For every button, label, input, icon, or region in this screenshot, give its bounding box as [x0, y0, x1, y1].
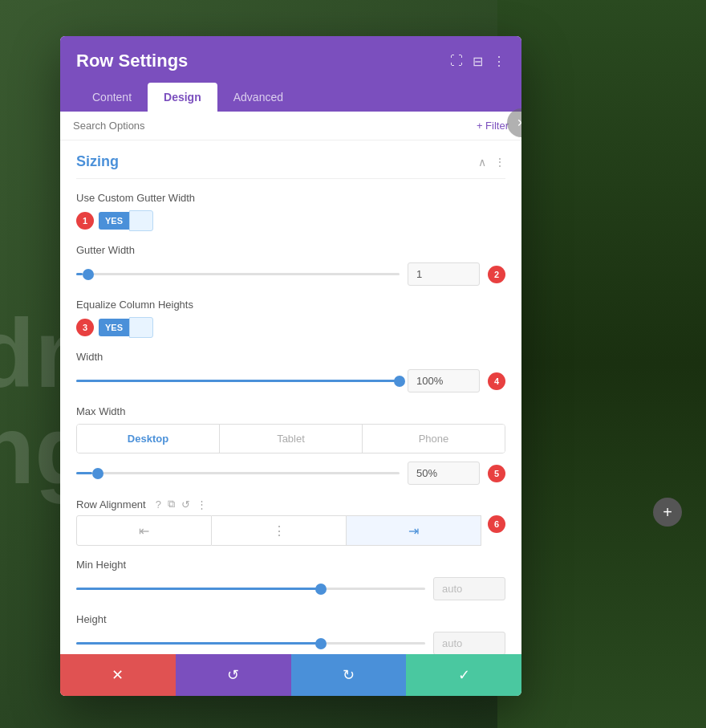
- redo-button[interactable]: ↻: [291, 654, 407, 696]
- width-slider-row: 4: [76, 369, 505, 392]
- slider-fill-min-h: [76, 588, 321, 590]
- slider-fill-1: [76, 273, 83, 275]
- slider-fill-width: [76, 380, 400, 382]
- modal-header: Row Settings ⛶ ⊟ ⋮ Content Design Advanc…: [60, 36, 521, 112]
- gutter-width-slider[interactable]: [76, 266, 400, 283]
- alignment-icons: ? ⧉ ↺ ⋮: [156, 498, 207, 510]
- slider-track-h: [76, 642, 425, 645]
- align-right[interactable]: ⇥: [347, 515, 481, 546]
- help-icon[interactable]: ?: [156, 498, 161, 510]
- slider-fill-max: [76, 472, 92, 474]
- header-top: Row Settings ⛶ ⊟ ⋮: [76, 51, 505, 71]
- modal-footer: ✕ ↺ ↻ ✓: [60, 654, 521, 696]
- confirm-button[interactable]: ✓: [406, 654, 521, 696]
- badge-6: 6: [488, 515, 505, 533]
- filter-button[interactable]: + Filter: [477, 120, 509, 132]
- row-alignment-label: Row Alignment: [76, 498, 146, 510]
- section-more-icon[interactable]: ⋮: [494, 156, 505, 169]
- height-label: Height: [76, 613, 505, 625]
- min-height-input[interactable]: [433, 577, 505, 600]
- max-width-row: Max Width Desktop Tablet Phone 5: [76, 405, 505, 485]
- more-options-icon[interactable]: ⋮: [197, 498, 207, 510]
- min-height-slider[interactable]: [76, 581, 425, 597]
- custom-gutter-toggle-row: 1 YES: [76, 210, 505, 231]
- tab-phone[interactable]: Phone: [363, 425, 505, 453]
- copy-icon[interactable]: ⧉: [168, 498, 175, 510]
- badge-4: 4: [488, 372, 505, 390]
- toggle-yes-1[interactable]: YES: [99, 212, 129, 230]
- height-slider[interactable]: [76, 636, 425, 652]
- slider-thumb-min-h[interactable]: [315, 584, 327, 595]
- alignment-label-row: Row Alignment ? ⧉ ↺ ⋮: [76, 498, 505, 510]
- toggle-box-1[interactable]: [129, 210, 153, 231]
- search-input[interactable]: [73, 120, 477, 132]
- device-tabs: Desktop Tablet Phone: [76, 424, 505, 453]
- slider-thumb-max[interactable]: [92, 468, 103, 479]
- gutter-width-row: Gutter Width 2: [76, 244, 505, 286]
- height-slider-row: [76, 632, 505, 654]
- slider-track-1: [76, 273, 400, 275]
- badge-3: 3: [76, 319, 94, 336]
- align-left[interactable]: ⇤: [76, 515, 212, 546]
- reset-icon[interactable]: ↺: [181, 498, 190, 510]
- width-slider[interactable]: [76, 373, 400, 389]
- custom-gutter-label: Use Custom Gutter Width: [76, 192, 505, 204]
- row-alignment-row: Row Alignment ? ⧉ ↺ ⋮ ⇤ ⋮ ⇥ 6: [76, 498, 505, 546]
- section-title: Sizing: [76, 153, 119, 170]
- search-bar: + Filter: [60, 112, 521, 140]
- slider-fill-h: [76, 642, 321, 645]
- reset-button[interactable]: ↺: [176, 654, 291, 696]
- cancel-button[interactable]: ✕: [60, 654, 176, 696]
- section-controls: ∧ ⋮: [478, 156, 505, 169]
- gutter-width-label: Gutter Width: [76, 244, 505, 256]
- max-width-input[interactable]: [408, 462, 480, 485]
- min-height-slider-row: [76, 577, 505, 600]
- expand-icon[interactable]: ⛶: [450, 54, 463, 68]
- custom-gutter-row: Use Custom Gutter Width 1 YES: [76, 192, 505, 231]
- tab-tablet[interactable]: Tablet: [220, 425, 363, 453]
- toggle-box-3[interactable]: [129, 317, 153, 338]
- header-icons: ⛶ ⊟ ⋮: [450, 54, 505, 69]
- add-button[interactable]: +: [653, 498, 682, 527]
- columns-icon[interactable]: ⊟: [473, 54, 483, 69]
- collapse-icon[interactable]: ∧: [478, 156, 486, 169]
- tab-desktop[interactable]: Desktop: [77, 425, 220, 453]
- badge-5: 5: [488, 465, 505, 482]
- tab-design[interactable]: Design: [148, 83, 217, 112]
- background-image: [497, 0, 706, 728]
- height-row: Height: [76, 613, 505, 654]
- tab-advanced[interactable]: Advanced: [217, 83, 299, 112]
- max-width-slider-row: 5: [76, 462, 505, 485]
- max-width-label: Max Width: [76, 405, 505, 417]
- modal-content: Sizing ∧ ⋮ Use Custom Gutter Width 1 YES…: [60, 140, 521, 654]
- section-header: Sizing ∧ ⋮: [76, 140, 505, 179]
- badge-2: 2: [488, 266, 505, 283]
- gutter-width-input[interactable]: [408, 262, 480, 286]
- slider-track-max: [76, 472, 400, 474]
- width-row: Width 4: [76, 351, 505, 392]
- width-input[interactable]: [408, 369, 480, 392]
- slider-track-width: [76, 380, 400, 382]
- tab-bar: Content Design Advanced: [76, 83, 505, 112]
- modal-title: Row Settings: [76, 51, 188, 71]
- more-icon[interactable]: ⋮: [493, 54, 505, 69]
- height-input[interactable]: [433, 632, 505, 654]
- max-width-slider[interactable]: [76, 466, 400, 482]
- alignment-options: ⇤ ⋮ ⇥ 6: [76, 515, 505, 546]
- modal-panel: Row Settings ⛶ ⊟ ⋮ Content Design Advanc…: [60, 36, 521, 696]
- min-height-row: Min Height: [76, 559, 505, 600]
- slider-track-min-h: [76, 588, 425, 590]
- gutter-width-slider-row: 2: [76, 262, 505, 286]
- slider-thumb-h[interactable]: [315, 638, 327, 649]
- tab-content[interactable]: Content: [76, 83, 148, 112]
- toggle-yes-3[interactable]: YES: [99, 319, 129, 336]
- badge-1: 1: [76, 212, 94, 230]
- slider-thumb-width[interactable]: [394, 376, 405, 387]
- equalize-heights-row: Equalize Column Heights 3 YES: [76, 299, 505, 338]
- equalize-toggle-row: 3 YES: [76, 317, 505, 338]
- align-center[interactable]: ⋮: [212, 515, 347, 546]
- equalize-heights-label: Equalize Column Heights: [76, 299, 505, 311]
- min-height-label: Min Height: [76, 559, 505, 571]
- slider-thumb-1[interactable]: [83, 269, 94, 280]
- width-label: Width: [76, 351, 505, 363]
